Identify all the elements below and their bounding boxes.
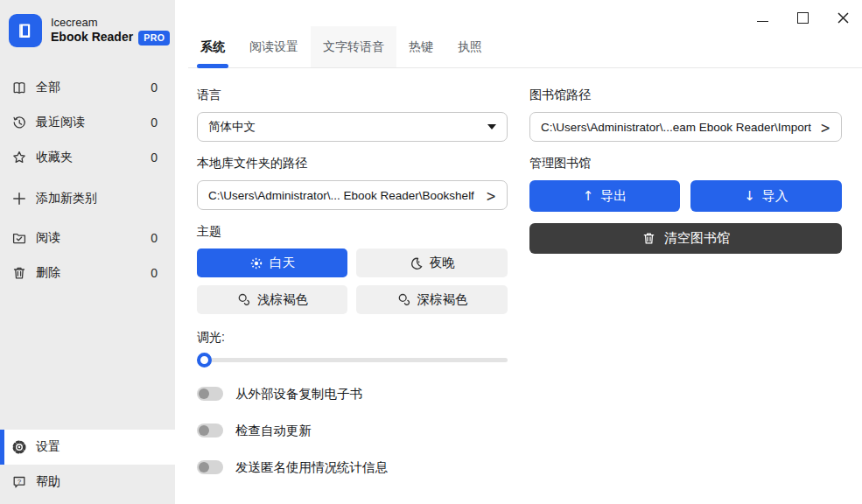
toggle-label: 发送匿名使用情况统计信息 xyxy=(235,459,388,476)
local-library-path-value: C:\Users\Administrator\... Ebook Reader\… xyxy=(208,189,474,202)
sidebar-item-label: 最近阅读 xyxy=(36,115,85,130)
brand-line2: Ebook Reader xyxy=(51,30,133,46)
folder-check-icon xyxy=(11,230,27,246)
sepia-icon xyxy=(236,292,251,307)
dark-sepia-icon xyxy=(396,292,411,307)
sidebar-nav: 全部 0 最近阅读 0 xyxy=(0,70,175,290)
close-button[interactable] xyxy=(834,9,851,26)
clear-library-button[interactable]: 清空图书馆 xyxy=(529,223,842,254)
sidebar-item-label: 帮助 xyxy=(36,474,60,490)
help-icon: ? xyxy=(11,474,27,490)
sidebar-item-count: 0 xyxy=(151,116,158,130)
toggle-row-anonymous-stats: 发送匿名使用情况统计信息 xyxy=(197,457,508,478)
gear-icon xyxy=(11,439,27,455)
theme-night-button[interactable]: 夜晚 xyxy=(356,248,508,277)
language-value: 简体中文 xyxy=(208,119,256,135)
app-logo-block: Icecream Ebook Reader PRO xyxy=(0,0,175,52)
brand-line1: Icecream xyxy=(51,16,170,30)
sidebar-item-favorites[interactable]: 收藏夹 0 xyxy=(0,140,175,175)
sidebar-item-label: 设置 xyxy=(36,439,60,455)
arrow-up-icon: ↑ xyxy=(583,188,594,204)
settings-column-left: 语言 简体中文 本地库文件夹的路径 C:\Users\Administrator… xyxy=(197,88,508,478)
book-icon xyxy=(11,80,27,95)
theme-option-label: 白天 xyxy=(270,255,295,271)
sidebar-item-add-category[interactable]: 添加新类别 xyxy=(0,181,175,216)
history-icon xyxy=(11,115,27,130)
trash-icon xyxy=(11,265,27,281)
tab-license[interactable]: 执照 xyxy=(445,26,494,67)
library-path-field[interactable]: C:\Users\Administrator\...eam Ebook Read… xyxy=(529,112,842,142)
sidebar-item-label: 收藏夹 xyxy=(36,150,73,165)
sidebar-item-label: 删除 xyxy=(36,265,60,281)
local-library-path-field[interactable]: C:\Users\Administrator\... Ebook Reader\… xyxy=(197,180,508,210)
copy-from-external-toggle[interactable] xyxy=(197,387,223,401)
theme-light-sepia-button[interactable]: 浅棕褐色 xyxy=(197,285,347,314)
import-label: 导入 xyxy=(762,188,788,205)
clear-library-label: 清空图书馆 xyxy=(664,230,730,247)
arrow-down-icon: ↓ xyxy=(744,188,755,204)
sidebar-item-settings[interactable]: 设置 xyxy=(0,430,175,465)
slider-knob[interactable] xyxy=(197,353,212,368)
tab-system[interactable]: 系统 xyxy=(188,26,237,67)
chevron-right-icon: > xyxy=(820,118,830,136)
theme-options: 白天 夜晚 浅棕褐色 xyxy=(197,248,508,314)
local-library-path-label: 本地库文件夹的路径 xyxy=(197,156,508,170)
minimize-button[interactable] xyxy=(753,9,771,26)
trash-icon xyxy=(641,231,656,246)
chevron-down-icon xyxy=(487,124,496,130)
app-window: Icecream Ebook Reader PRO 全部 0 xyxy=(0,0,862,504)
slider-track xyxy=(197,358,508,362)
app-title: Icecream Ebook Reader PRO xyxy=(51,16,170,46)
library-path-label: 图书馆路径 xyxy=(529,88,842,102)
toggle-label: 检查自动更新 xyxy=(235,423,312,439)
sidebar-item-label: 添加新类别 xyxy=(36,191,97,206)
check-updates-toggle[interactable] xyxy=(197,424,223,438)
dimming-slider[interactable] xyxy=(197,353,508,368)
tab-text-to-speech[interactable]: 文字转语音 xyxy=(311,26,396,67)
toggle-row-auto-update: 检查自动更新 xyxy=(197,420,508,441)
sidebar-item-delete[interactable]: 删除 0 xyxy=(0,256,175,290)
sidebar-bottom: 设置 ? 帮助 xyxy=(0,430,175,500)
app-logo-icon xyxy=(9,14,42,47)
sidebar-item-count: 0 xyxy=(151,231,158,245)
theme-label: 主题 xyxy=(197,224,508,238)
sidebar-item-count: 0 xyxy=(151,266,158,280)
theme-dark-sepia-button[interactable]: 深棕褐色 xyxy=(356,285,508,314)
sun-icon xyxy=(249,256,263,270)
svg-text:?: ? xyxy=(18,478,22,486)
export-button[interactable]: ↑ 导出 xyxy=(529,180,680,212)
sidebar-item-label: 阅读 xyxy=(36,230,60,246)
manage-library-label: 管理图书馆 xyxy=(529,156,842,170)
manage-library-buttons: ↑ 导出 ↓ 导入 xyxy=(529,180,842,212)
close-icon xyxy=(837,11,850,24)
moon-icon xyxy=(410,256,424,270)
main-panel: 系统 阅读设置 文字转语音 热键 执照 语言 简体中文 本地库文件夹的路径 C:… xyxy=(175,0,862,504)
sidebar-item-label: 全部 xyxy=(36,80,60,95)
import-button[interactable]: ↓ 导入 xyxy=(690,180,842,212)
window-controls xyxy=(753,9,851,26)
star-icon xyxy=(11,150,27,165)
sidebar-item-reading[interactable]: 阅读 0 xyxy=(0,220,175,256)
sidebar-item-all[interactable]: 全部 0 xyxy=(0,70,175,105)
language-label: 语言 xyxy=(197,88,508,102)
language-select[interactable]: 简体中文 xyxy=(197,112,508,142)
dimming-label: 调光: xyxy=(197,330,508,344)
sidebar-item-help[interactable]: ? 帮助 xyxy=(0,465,175,500)
sidebar-item-count: 0 xyxy=(151,80,158,94)
settings-tabs: 系统 阅读设置 文字转语音 热键 执照 xyxy=(188,26,862,68)
theme-option-label: 深棕褐色 xyxy=(417,291,468,308)
tab-hotkeys[interactable]: 热键 xyxy=(396,26,445,67)
pro-badge: PRO xyxy=(138,31,170,46)
theme-day-button[interactable]: 白天 xyxy=(197,248,347,277)
settings-column-right: 图书馆路径 C:\Users\Administrator\...eam Eboo… xyxy=(529,88,842,254)
sidebar-item-count: 0 xyxy=(151,150,158,164)
library-path-value: C:\Users\Administrator\...eam Ebook Read… xyxy=(541,121,811,134)
maximize-button[interactable] xyxy=(794,9,811,26)
sidebar: Icecream Ebook Reader PRO 全部 0 xyxy=(0,0,175,504)
tab-reading-settings[interactable]: 阅读设置 xyxy=(237,26,311,67)
plus-icon xyxy=(11,191,27,206)
send-stats-toggle[interactable] xyxy=(197,460,223,474)
sidebar-item-recent[interactable]: 最近阅读 0 xyxy=(0,105,175,140)
export-label: 导出 xyxy=(600,188,627,205)
theme-option-label: 夜晚 xyxy=(430,255,455,271)
